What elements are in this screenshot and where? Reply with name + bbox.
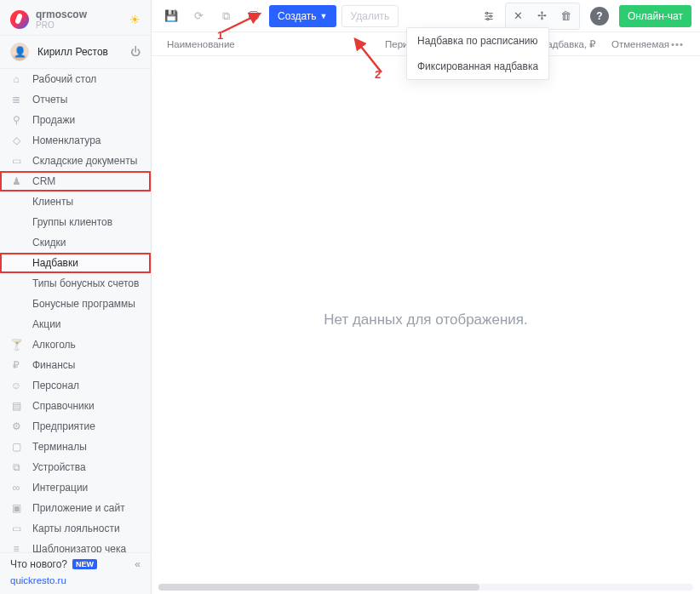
finance-icon: ₽: [10, 359, 22, 371]
nav-label: Складские документы: [32, 155, 137, 167]
receipt-icon: ≡: [10, 543, 22, 552]
nav-crm-promo[interactable]: Акции: [0, 314, 151, 334]
brand-name: qrmoscow: [36, 9, 87, 20]
site-link[interactable]: quickresto.ru: [10, 575, 141, 585]
th-more-icon[interactable]: •••: [666, 39, 689, 49]
app-icon: ▣: [10, 502, 22, 514]
nav-crm-groups[interactable]: Группы клиентов: [0, 212, 151, 232]
empty-text: Нет данных для отображения.: [324, 311, 527, 328]
nav-sub-label: Бонусные программы: [32, 298, 135, 310]
nav-label: Терминалы: [32, 441, 87, 453]
nav-label: CRM: [32, 175, 55, 187]
nav-label: Приложение и сайт: [32, 502, 125, 514]
nav-crm-bonus-types[interactable]: Типы бонусных счетов: [0, 273, 151, 294]
power-icon[interactable]: ⏻: [130, 46, 141, 58]
user-row[interactable]: 👤 Кирилл Рестов ⏻: [0, 35, 151, 69]
brand-block: qrmoscow PRO: [36, 9, 87, 30]
dropdown-fixed-surcharge[interactable]: Фиксированная надбавка: [407, 54, 548, 79]
crm-icon: ♟: [10, 175, 22, 187]
nav-appsite[interactable]: ▣Приложение и сайт: [0, 498, 151, 518]
collapse-icon[interactable]: «: [135, 558, 141, 570]
nav-crm-bonus-programs[interactable]: Бонусные программы: [0, 294, 151, 314]
nav-sub-label: Надбавки: [32, 257, 78, 269]
sidebar-footer: Что нового? NEW « quickresto.ru: [0, 552, 151, 594]
nav-sub-label: Скидки: [32, 237, 66, 248]
annotation-label-1: 1: [217, 29, 223, 42]
nav-label: Шаблонизатор чека: [32, 543, 126, 552]
gear-icon: ⚙: [10, 420, 22, 432]
alcohol-icon: 🍸: [10, 339, 22, 351]
annotation-label-2: 2: [375, 68, 381, 81]
sales-icon: ⚲: [10, 114, 22, 126]
nav-crm-discounts[interactable]: Скидки: [0, 232, 151, 253]
nav-sub-label: Типы бонусных счетов: [32, 277, 139, 289]
nav-label: Рабочий стол: [32, 73, 96, 85]
nav-references[interactable]: ▤Справочники: [0, 396, 151, 416]
brand-plan: PRO: [36, 20, 87, 30]
link-icon: ∞: [10, 482, 22, 494]
caret-down-icon: ▼: [320, 12, 328, 20]
horizontal-scrollbar[interactable]: [158, 584, 693, 591]
user-name: Кирилл Рестов: [37, 46, 122, 58]
online-chat-button[interactable]: Онлайн-чат: [619, 5, 691, 27]
nav-terminals[interactable]: ▢Терминалы: [0, 437, 151, 457]
app-logo: [10, 10, 29, 29]
device-icon: ⧉: [10, 461, 22, 473]
copy-icon[interactable]: ⧉: [215, 5, 237, 27]
tag-icon: ◇: [10, 134, 22, 146]
nav-label: Карты лояльности: [32, 523, 120, 534]
sun-icon[interactable]: ☀: [129, 13, 141, 26]
nav-label: Персонал: [32, 380, 79, 391]
avatar: 👤: [10, 43, 29, 61]
home-icon: ⌂: [10, 73, 22, 85]
nav-finance[interactable]: ₽Финансы: [0, 355, 151, 375]
tools-icon[interactable]: ✕: [508, 5, 530, 27]
th-cancellable[interactable]: Отменяемая: [605, 39, 666, 49]
refresh-icon[interactable]: ⟳: [187, 5, 209, 27]
nav-alcohol[interactable]: 🍸Алкоголь: [0, 334, 151, 355]
nav-label: Предприятие: [32, 420, 95, 432]
nav-label: Устройства: [32, 461, 86, 473]
nav-reports[interactable]: ≣Отчеты: [0, 89, 151, 110]
card-icon: ▭: [10, 523, 22, 534]
nav-crm-surcharges[interactable]: Надбавки: [0, 253, 151, 273]
help-icon[interactable]: ?: [590, 7, 609, 26]
create-dropdown: Надбавка по расписанию Фиксированная над…: [406, 27, 549, 80]
toolbar: 💾 ⟳ ⧉ 🖵 Создать ▼ Удалить ✕ ✢ 🗑 ? Онлайн…: [152, 0, 700, 32]
nav: ⌂Рабочий стол ≣Отчеты ⚲Продажи ◇Номенкла…: [0, 69, 151, 552]
terminal-icon: ▢: [10, 441, 22, 453]
move-icon[interactable]: ✢: [531, 5, 554, 27]
dropdown-schedule-surcharge[interactable]: Надбавка по расписанию: [407, 28, 548, 54]
whats-new[interactable]: Что нового? NEW «: [10, 558, 141, 570]
nav-sub-label: Акции: [32, 318, 61, 330]
create-button[interactable]: Создать ▼: [269, 5, 336, 27]
sidebar-header: qrmoscow PRO ☀: [0, 0, 151, 35]
nav-integrations[interactable]: ∞Интеграции: [0, 477, 151, 498]
delete-button[interactable]: Удалить: [341, 5, 399, 27]
nav-warehouse[interactable]: ▭Складские документы: [0, 151, 151, 171]
nav-enterprise[interactable]: ⚙Предприятие: [0, 416, 151, 437]
nav-receipt-template[interactable]: ≡Шаблонизатор чека: [0, 539, 151, 552]
save-icon[interactable]: 💾: [160, 5, 182, 27]
nav-label: Интеграции: [32, 482, 88, 494]
nav-sales[interactable]: ⚲Продажи: [0, 110, 151, 130]
reports-icon: ≣: [10, 94, 22, 106]
th-name[interactable]: Наименование: [160, 39, 378, 49]
whats-new-label: Что нового?: [10, 558, 67, 570]
nav-nomenclature[interactable]: ◇Номенклатура: [0, 130, 151, 151]
nav-label: Финансы: [32, 359, 75, 371]
nav-devices[interactable]: ⧉Устройства: [0, 457, 151, 477]
settings-sliders-icon[interactable]: [478, 5, 500, 27]
trash-icon[interactable]: 🗑: [555, 5, 577, 27]
nav-sub-label: Клиенты: [32, 196, 73, 208]
toolbar-edit-group: ✕ ✢ 🗑: [505, 3, 580, 30]
nav-sub-label: Группы клиентов: [32, 216, 112, 228]
screen-icon[interactable]: 🖵: [242, 5, 264, 27]
nav-crm[interactable]: ♟CRM: [0, 171, 151, 191]
nav-dashboard[interactable]: ⌂Рабочий стол: [0, 69, 151, 89]
sidebar: qrmoscow PRO ☀ 👤 Кирилл Рестов ⏻ ⌂Рабочи…: [0, 0, 152, 594]
nav-staff[interactable]: ☺Персонал: [0, 375, 151, 396]
nav-crm-clients[interactable]: Клиенты: [0, 191, 151, 212]
svg-point-0: [485, 12, 487, 14]
nav-loyalty[interactable]: ▭Карты лояльности: [0, 518, 151, 539]
